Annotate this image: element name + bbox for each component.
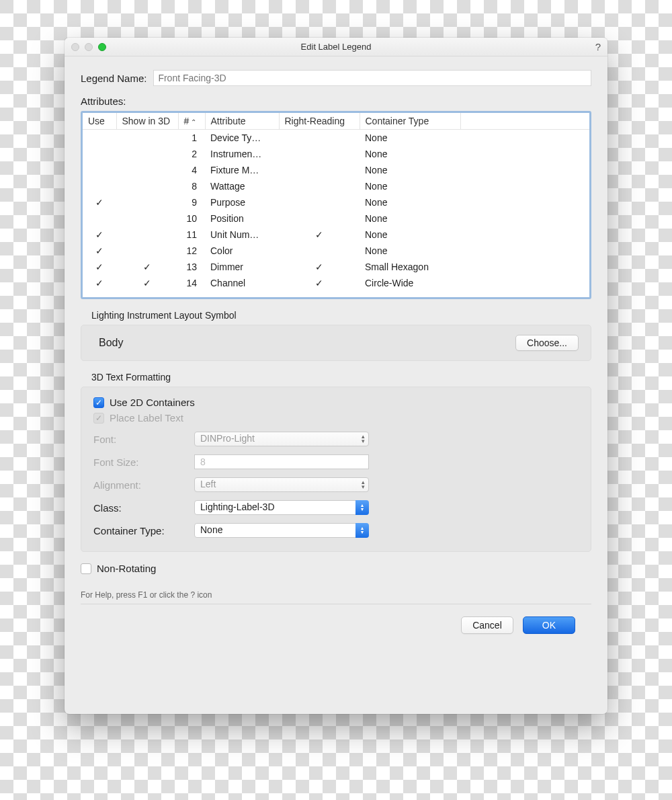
table-row[interactable]: ✓✓14Channel✓Circle-Wide <box>83 275 589 291</box>
ct-cell: None <box>360 227 460 243</box>
alignment-label: Alignment: <box>93 479 194 491</box>
checkbox-unchecked-icon <box>81 563 91 574</box>
window-title: Edit Label Legend <box>65 42 607 52</box>
ct-cell: Small Hexagon <box>360 259 460 275</box>
use-cell[interactable]: ✓ <box>83 259 116 275</box>
rr-cell[interactable]: ✓ <box>279 259 360 275</box>
use-cell[interactable]: ✓ <box>83 243 116 259</box>
container-type-label: Container Type: <box>93 525 194 536</box>
use-cell[interactable] <box>83 146 116 162</box>
use-cell[interactable]: ✓ <box>83 227 116 243</box>
ct-cell: None <box>360 243 460 259</box>
ct-cell: Circle-Wide <box>360 275 460 291</box>
show3d-cell[interactable] <box>116 178 178 194</box>
attributes-label: Attributes: <box>81 95 591 107</box>
num-cell: 8 <box>178 178 205 194</box>
choose-button[interactable]: Choose... <box>515 335 579 351</box>
table-row[interactable]: ✓11Unit Num…✓None <box>83 227 589 243</box>
use-cell[interactable] <box>83 178 116 194</box>
use-cell[interactable]: ✓ <box>83 275 116 291</box>
num-cell: 13 <box>178 259 205 275</box>
legend-name-input[interactable] <box>153 70 591 86</box>
show3d-cell[interactable] <box>116 243 178 259</box>
rr-cell[interactable] <box>279 243 360 259</box>
rr-cell[interactable] <box>279 194 360 210</box>
class-label: Class: <box>93 502 194 514</box>
table-row[interactable]: 1Device Ty…None <box>83 130 589 146</box>
cancel-button[interactable]: Cancel <box>461 616 513 634</box>
use-cell[interactable]: ✓ <box>83 194 116 210</box>
non-rotating-checkbox[interactable]: Non-Rotating <box>81 563 591 574</box>
table-row[interactable]: 10PositionNone <box>83 210 589 227</box>
ct-cell: None <box>360 178 460 194</box>
rr-cell[interactable] <box>279 210 360 227</box>
col-container-type[interactable]: Container Type <box>360 113 460 130</box>
show3d-cell[interactable] <box>116 227 178 243</box>
col-spacer <box>460 113 589 130</box>
show3d-cell[interactable] <box>116 162 178 178</box>
font-size-label: Font Size: <box>93 456 194 468</box>
rr-cell[interactable]: ✓ <box>279 275 360 291</box>
alignment-select[interactable]: Left <box>194 477 369 492</box>
use-cell[interactable] <box>83 162 116 178</box>
titlebar: Edit Label Legend ? <box>65 38 607 56</box>
container-type-select[interactable]: None <box>194 523 369 538</box>
show3d-cell[interactable] <box>116 210 178 227</box>
attr-cell: Instrumen… <box>205 146 279 162</box>
use-cell[interactable] <box>83 130 116 146</box>
num-cell: 10 <box>178 210 205 227</box>
rr-cell[interactable] <box>279 146 360 162</box>
num-cell: 12 <box>178 243 205 259</box>
num-cell: 4 <box>178 162 205 178</box>
col-right-reading[interactable]: Right-Reading <box>279 113 360 130</box>
chevron-updown-icon: ▴▾ <box>355 500 369 515</box>
font-size-input[interactable] <box>194 454 369 469</box>
show3d-cell[interactable]: ✓ <box>116 259 178 275</box>
table-row[interactable]: ✓✓13Dimmer✓Small Hexagon <box>83 259 589 275</box>
font-label: Font: <box>93 434 194 445</box>
col-show3d[interactable]: Show in 3D <box>116 113 178 130</box>
chevron-updown-icon: ▴▾ <box>355 523 369 538</box>
num-cell: 2 <box>178 146 205 162</box>
checkbox-checked-icon: ✓ <box>93 397 104 408</box>
show3d-cell[interactable] <box>116 146 178 162</box>
help-text: For Help, press F1 or click the ? icon <box>81 590 591 600</box>
attr-cell: Dimmer <box>205 259 279 275</box>
num-cell: 11 <box>178 227 205 243</box>
table-row[interactable]: 4Fixture M…None <box>83 162 589 178</box>
class-select[interactable]: Lighting-Label-3D <box>194 500 369 515</box>
attr-cell: Position <box>205 210 279 227</box>
col-use[interactable]: Use <box>83 113 116 130</box>
help-icon[interactable]: ? <box>595 41 601 52</box>
close-icon[interactable] <box>71 43 79 51</box>
table-row[interactable]: ✓9PurposeNone <box>83 194 589 210</box>
use-cell[interactable] <box>83 210 116 227</box>
col-attribute[interactable]: Attribute <box>205 113 279 130</box>
rr-cell[interactable] <box>279 130 360 146</box>
show3d-cell[interactable] <box>116 194 178 210</box>
font-select[interactable]: DINPro-Light <box>194 432 369 446</box>
rr-cell[interactable]: ✓ <box>279 227 360 243</box>
symbol-body-label: Body <box>99 337 123 349</box>
num-cell: 1 <box>178 130 205 146</box>
minimize-icon[interactable] <box>85 43 93 51</box>
table-row[interactable]: ✓12ColorNone <box>83 243 589 259</box>
show3d-cell[interactable]: ✓ <box>116 275 178 291</box>
col-number[interactable]: #⌃ <box>178 113 205 130</box>
ok-button[interactable]: OK <box>523 616 575 634</box>
ct-cell: None <box>360 162 460 178</box>
use-2d-checkbox[interactable]: ✓ Use 2D Containers <box>93 397 579 408</box>
rr-cell[interactable] <box>279 178 360 194</box>
rr-cell[interactable] <box>279 162 360 178</box>
table-row[interactable]: 2Instrumen…None <box>83 146 589 162</box>
checkbox-checked-disabled-icon: ✓ <box>93 413 104 424</box>
table-row[interactable]: 8WattageNone <box>83 178 589 194</box>
ct-cell: None <box>360 210 460 227</box>
num-cell: 14 <box>178 275 205 291</box>
attr-cell: Color <box>205 243 279 259</box>
attributes-table[interactable]: Use Show in 3D #⌃ Attribute Right-Readin… <box>81 111 591 299</box>
show3d-cell[interactable] <box>116 130 178 146</box>
attr-cell: Unit Num… <box>205 227 279 243</box>
zoom-icon[interactable] <box>98 43 106 51</box>
ct-cell: None <box>360 130 460 146</box>
